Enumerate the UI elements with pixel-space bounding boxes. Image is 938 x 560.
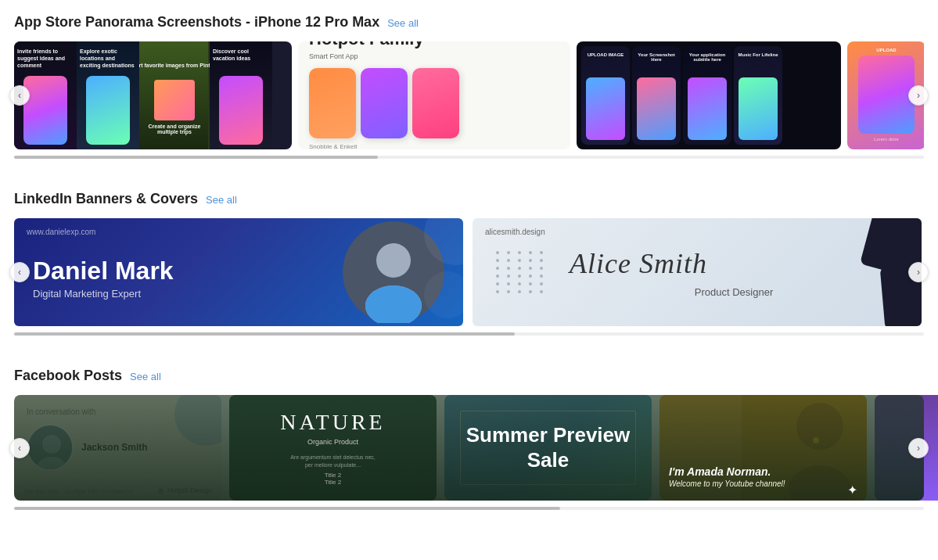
- appstore-title: App Store Panorama Screenshots - iPhone …: [14, 14, 379, 31]
- fb-card4-name: I'm Amada Norman.: [669, 465, 857, 478]
- fb-card4-text: I'm Amada Norman. Welcome to my Youtube …: [669, 465, 857, 488]
- fb-card2-sub2: Title 2Title 2: [280, 472, 385, 486]
- facebook-scroll-left[interactable]: ‹: [9, 438, 30, 458]
- linkedin-scroll-left[interactable]: ‹: [9, 262, 30, 282]
- appstore-scrollbar-thumb: [14, 156, 378, 159]
- fb-card4-sub: Welcome to my Youtube channel!: [669, 479, 857, 488]
- facebook-row: In conversation with Jackson Smith: [14, 395, 924, 501]
- appstore-scroll-left[interactable]: ‹: [9, 85, 30, 106]
- linkedin-card1-text: Daniel Mark Digital Marketing Expert: [33, 245, 327, 300]
- linkedin-section: LinkedIn Banners & Covers See all ‹ www.…: [0, 177, 938, 346]
- fb-card2-desc: Are argumentum stet delectus nec,per mel…: [280, 454, 385, 469]
- appstore-scroll-container: ‹ Invite friends to suggest ideas and co…: [14, 41, 924, 149]
- linkedin-row: www.danielexp.com Daniel Mark Digital Ma…: [14, 218, 924, 326]
- linkedin-card1-name: Daniel Mark: [33, 257, 327, 285]
- linkedin-see-all[interactable]: See all: [206, 194, 237, 206]
- linkedin-scrollbar-thumb: [14, 332, 515, 336]
- facebook-scroll-container: ‹ In conversation with Jackson Smith: [14, 395, 924, 501]
- appstore-card-2[interactable]: Hotpot Family Smart Font App Snobble & E…: [298, 41, 570, 149]
- linkedin-header: LinkedIn Banners & Covers See all: [14, 191, 924, 207]
- appstore-scroll-right[interactable]: ›: [908, 85, 929, 106]
- facebook-scroll-right[interactable]: ›: [908, 438, 929, 458]
- facebook-scrollbar-thumb: [14, 507, 560, 510]
- fb-card2-text: NATURE Organic Product Are argumentum st…: [280, 410, 385, 486]
- linkedin-card1-url: www.danielexp.com: [27, 228, 95, 236]
- linkedin-scroll-right[interactable]: ›: [908, 262, 929, 282]
- facebook-section: Facebook Posts See all ‹ In conversation…: [0, 354, 938, 521]
- appstore-card-1[interactable]: Invite friends to suggest ideas and comm…: [14, 41, 292, 149]
- linkedin-title: LinkedIn Banners & Covers: [14, 191, 198, 207]
- fb-card2-heading: NATURE: [280, 410, 385, 435]
- linkedin-scroll-container: ‹ www.danielexp.com Daniel Mark Digital …: [14, 218, 924, 326]
- appstore-scrollbar-track: [14, 156, 924, 159]
- linkedin-dots-grid: [496, 251, 546, 293]
- facebook-title: Facebook Posts: [14, 368, 122, 384]
- appstore-scroll-row: Invite friends to suggest ideas and comm…: [14, 41, 924, 149]
- svg-point-1: [376, 243, 411, 278]
- linkedin-card2-url: alicesmith.design: [485, 228, 545, 236]
- facebook-header: Facebook Posts See all: [14, 368, 924, 384]
- fb-card3-text: Summer Preview Sale: [444, 423, 652, 472]
- linkedin-scrollbar-track: [14, 332, 924, 336]
- fb-card4-star: ✦: [847, 483, 857, 497]
- fb-card2-sub: Organic Product: [280, 438, 385, 446]
- linkedin-card1-role: Digital Marketing Expert: [33, 288, 327, 300]
- facebook-card-nature[interactable]: NATURE Organic Product Are argumentum st…: [229, 395, 437, 501]
- linkedin-card-alice[interactable]: alicesmith.design Alice Smith Product De…: [473, 218, 922, 326]
- facebook-scrollbar-track: [14, 507, 924, 510]
- linkedin-card1-shapes: [416, 218, 463, 326]
- appstore-section: App Store Panorama Screenshots - iPhone …: [0, 0, 938, 170]
- appstore-header: App Store Panorama Screenshots - iPhone …: [14, 14, 924, 31]
- facebook-see-all[interactable]: See all: [130, 371, 161, 382]
- appstore-card-3[interactable]: UPLOAD IMAGE Your Screenshot Here Your a…: [577, 41, 841, 149]
- linkedin-card-daniel[interactable]: www.danielexp.com Daniel Mark Digital Ma…: [14, 218, 463, 326]
- fb-card3-heading: Summer Preview Sale: [460, 423, 636, 472]
- appstore-see-all[interactable]: See all: [387, 17, 419, 29]
